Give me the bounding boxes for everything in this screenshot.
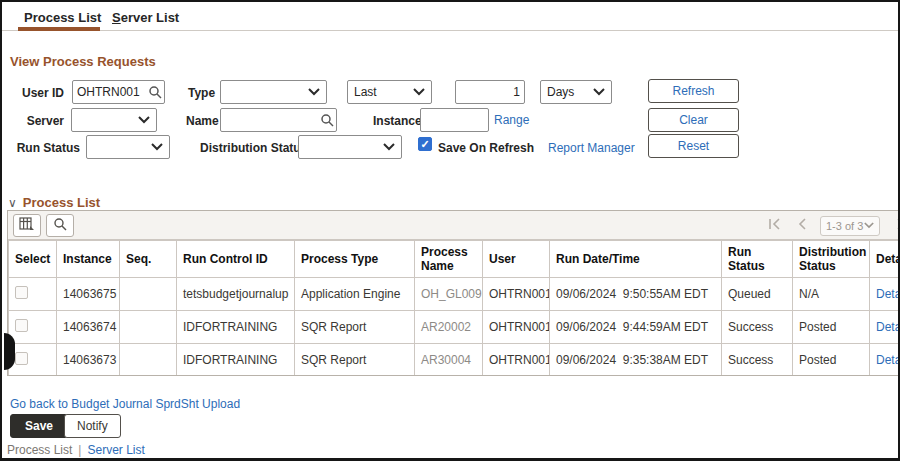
grid-table-icon [19,217,35,234]
process-list-section-toggle[interactable]: ∨Process List [8,195,100,210]
instance-cell: 14063674 [57,311,120,344]
row-select-cell [9,278,57,311]
col-seq: Seq. [120,241,177,278]
user-id-label: User ID [2,86,64,100]
col-select: Select [9,241,57,278]
run-status-cell: Queued [722,278,793,311]
run-status-cell: Success [722,344,793,377]
next-page-icon[interactable] [892,218,900,233]
run-status-label: Run Status [2,141,80,155]
instance-cell: 14063673 [57,344,120,377]
tab-server-list-label: erver List [121,10,180,25]
col-user: User [483,241,550,278]
prev-page-icon[interactable] [794,218,810,233]
process-monitor-page: Process List Server List View Process Re… [0,0,900,461]
save-button[interactable]: Save [10,414,68,438]
col-details: Details [870,241,900,278]
type-label: Type [188,86,215,100]
col-run-datetime: Run Date/Time [550,241,722,278]
distribution-status-cell: N/A [793,278,870,311]
details-link[interactable]: Details [876,287,900,301]
distribution-status-cell: Posted [793,311,870,344]
instance-cell: 14063675 [57,278,120,311]
run-status-select[interactable] [86,135,170,159]
tab-server-list-accesskey: S [112,10,121,25]
page-title: View Process Requests [10,54,156,69]
name-search-icon[interactable] [320,113,334,127]
days-select-value: Days [547,85,574,99]
row-checkbox[interactable] [15,352,28,365]
section-collapse-icon: ∨ [8,196,17,210]
col-instance: Instance [57,241,120,278]
chevron-down-icon [413,88,425,96]
last-select[interactable]: Last [347,80,432,104]
process-list-grid: 1-3 of 3 Select Instance Seq. Run Co [7,210,900,376]
duration-input[interactable] [455,80,525,104]
process-name-cell: OH_GL009 [415,278,483,311]
details-link[interactable]: Details [876,353,900,367]
process-type-cell: SQR Report [295,311,415,344]
process-type-cell: Application Engine [295,278,415,311]
row-select-cell [9,311,57,344]
details-cell: Details [870,311,900,344]
instance-input[interactable] [420,108,489,132]
user-cell: OHTRN001 [483,278,550,311]
tab-process-list-label: Process List [24,10,101,25]
grid-personalize-button[interactable] [13,214,41,237]
chevron-down-icon [138,116,150,124]
footer-process-list-link[interactable]: Process List [7,443,72,457]
row-select-cell [9,344,57,377]
type-select[interactable] [220,80,327,104]
days-select[interactable]: Days [540,80,612,104]
tab-bar: Process List Server List [2,2,898,31]
run-datetime-cell: 09/06/2024 9:44:59AM EDT [550,311,722,344]
seq-cell [120,278,177,311]
details-cell: Details [870,344,900,377]
footer-server-list-link[interactable]: Server List [87,443,144,457]
row-checkbox[interactable] [15,286,28,299]
seq-cell [120,311,177,344]
distribution-status-select[interactable] [298,135,402,159]
distribution-status-cell: Posted [793,344,870,377]
go-back-link[interactable]: Go back to Budget Journal SprdSht Upload [10,397,240,411]
active-tab-underline [18,27,100,31]
notify-button[interactable]: Notify [64,414,121,438]
first-page-icon[interactable] [766,218,782,233]
server-select[interactable] [71,108,157,132]
footer-separator: | [78,443,81,457]
tab-process-list[interactable]: Process List [24,10,101,25]
user-cell: OHTRN001 [483,311,550,344]
save-on-refresh-checkbox[interactable]: ✓ [418,137,432,151]
grid-pagination: 1-3 of 3 [766,211,900,240]
col-run-status: Run Status [722,241,793,278]
footer-links: Process List|Server List [7,443,145,457]
details-link[interactable]: Details [876,320,900,334]
run-status-cell: Success [722,311,793,344]
server-label: Server [2,114,64,128]
refresh-button[interactable]: Refresh [648,79,739,103]
tab-server-list[interactable]: Server List [112,10,179,25]
instance-label: Instance [373,114,422,128]
table-header-row: Select Instance Seq. Run Control ID Proc… [9,241,900,278]
last-select-value: Last [354,85,377,99]
run-datetime-cell: 09/06/2024 9:35:38AM EDT [550,344,722,377]
user-id-search-icon[interactable] [148,85,162,99]
col-process-type: Process Type [295,241,415,278]
save-on-refresh-label: Save On Refresh [438,141,534,155]
name-label: Name [186,114,219,128]
process-list-table: Select Instance Seq. Run Control ID Proc… [8,240,900,376]
chevron-down-icon [151,143,163,151]
report-manager-link[interactable]: Report Manager [548,141,635,155]
reset-button[interactable]: Reset [648,134,739,158]
pagination-range-select[interactable]: 1-3 of 3 [820,216,880,236]
range-link[interactable]: Range [494,113,529,127]
clear-button[interactable]: Clear [648,108,739,132]
table-row: 14063674 IDFORTRAINING SQR Report AR2000… [9,311,900,344]
row-checkbox[interactable] [15,319,28,332]
details-cell: Details [870,278,900,311]
grid-search-button[interactable] [46,214,74,237]
process-list-section-title: Process List [23,195,100,210]
seq-cell [120,344,177,377]
chevron-down-icon [308,88,320,96]
table-row: 14063675 tetsbudgetjournalup Application… [9,278,900,311]
